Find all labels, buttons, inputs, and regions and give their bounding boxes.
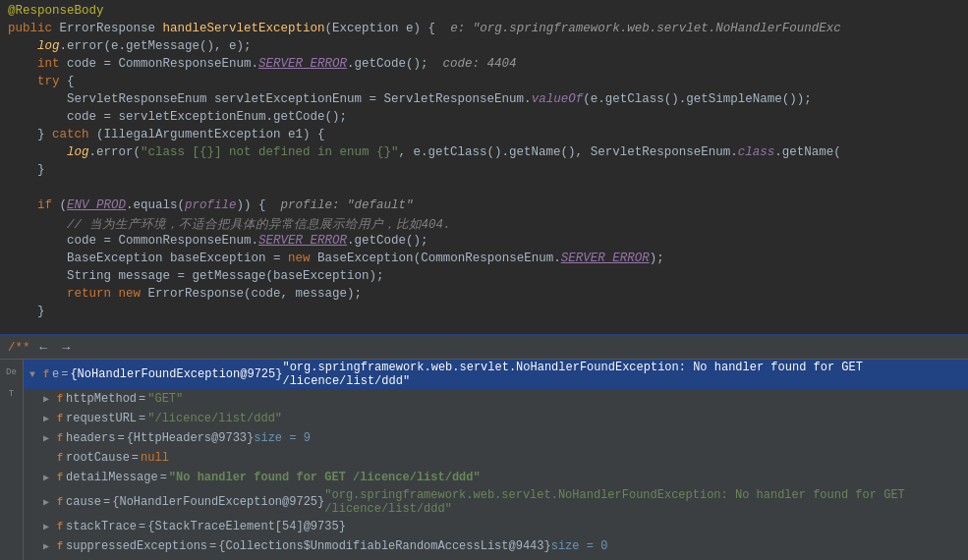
variable-row-headers[interactable]: ▶ f headers = {HttpHeaders@9733} size = … [24, 428, 968, 448]
variable-row-e[interactable]: ▼ f e = {NoHandlerFoundException@9725} "… [24, 360, 968, 389]
variables-pane[interactable]: ▼ f e = {NoHandlerFoundException@9725} "… [24, 360, 968, 560]
code-line-log: log.error(e.getMessage(), e); [0, 39, 968, 57]
code-line-close2: } [0, 305, 968, 322]
side-icon-de[interactable]: De [4, 364, 19, 381]
variable-row-cause[interactable]: ▶ f cause = {NoHandlerFoundException@972… [24, 487, 968, 517]
code-line-close1: } [0, 163, 968, 181]
code-line-if: if (ENV_PROD.equals(profile)) { profile:… [0, 198, 968, 216]
nav-back-button[interactable]: ← [34, 340, 53, 355]
code-editor: @ResponseBody public ErrorResponse handl… [0, 0, 968, 334]
code-line-try: try { [0, 75, 968, 92]
debugger-toolbar: /** ← → [0, 336, 968, 360]
debugger-panel: /** ← → De T ▼ f e = {NoHandlerFoundExce… [0, 334, 968, 560]
comment-label: /** [8, 341, 30, 355]
code-line-code2: BaseException baseException = new BaseEx… [0, 252, 968, 269]
code-line-catch: } catch (IllegalArgumentException e1) { [0, 128, 968, 145]
code-line-servlet2: code = servletExceptionEnum.getCode(); [0, 110, 968, 128]
code-line-return1: return new ErrorResponse(code, message); [0, 287, 968, 305]
variable-row-suppressedexceptions[interactable]: ▶ f suppressedExceptions = {Collections$… [24, 536, 968, 556]
code-line-code1: code = CommonResponseEnum.SERVER_ERROR.g… [0, 234, 968, 252]
code-line-method-sig: public ErrorResponse handleServletExcept… [0, 22, 968, 39]
code-line-annotation: @ResponseBody [0, 4, 968, 22]
variable-row-httpmethod[interactable]: ▶ f httpMethod = "GET" [24, 389, 968, 409]
debugger-content: De T ▼ f e = {NoHandlerFoundException@97… [0, 360, 968, 560]
side-icon-t[interactable]: T [7, 385, 16, 403]
code-line-code3: String message = getMessage(baseExceptio… [0, 269, 968, 287]
variable-row-requesturl[interactable]: ▶ f requestURL = "/licence/list/ddd" [24, 409, 968, 428]
code-line-blank2 [0, 322, 968, 334]
variable-row-rootcause[interactable]: f rootCause = null [24, 448, 968, 468]
nav-fwd-button[interactable]: → [57, 340, 76, 355]
variable-row-stacktrace[interactable]: ▶ f stackTrace = {StackTraceElement[54]@… [24, 517, 968, 536]
code-line-servlet1: ServletResponseEnum servletExceptionEnum… [0, 92, 968, 110]
code-line-logerror: log.error("class [{}] not defined in enu… [0, 145, 968, 163]
code-line-comment1: // 当为生产环境，不适合把具体的异常信息展示给用户，比如404. [0, 216, 968, 234]
code-line-blank [0, 181, 968, 198]
side-icons-panel: De T [0, 360, 24, 560]
variable-row-detailmessage[interactable]: ▶ f detailMessage = "No handler found fo… [24, 468, 968, 487]
code-line-int: int code = CommonResponseEnum.SERVER_ERR… [0, 57, 968, 75]
